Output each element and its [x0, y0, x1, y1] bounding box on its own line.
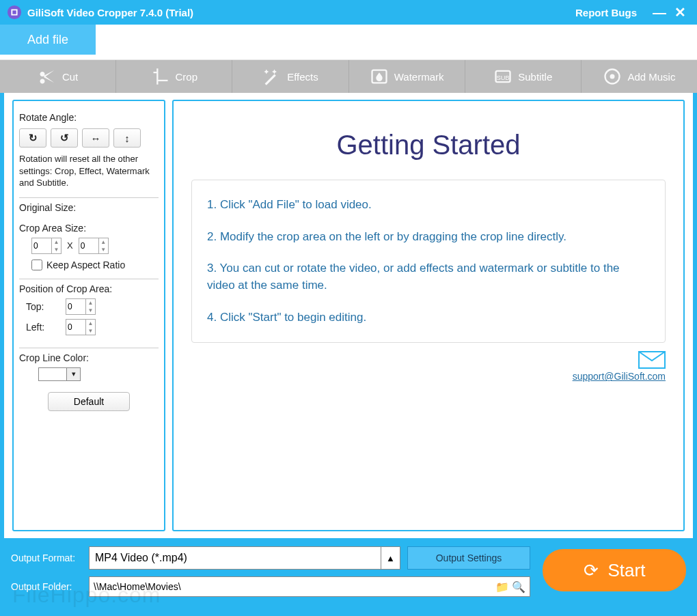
svg-point-0 — [8, 5, 21, 19]
file-tabs: Add file — [0, 25, 697, 60]
scissors-icon — [38, 67, 57, 86]
step-2: 2. Modify the crop area on the left or b… — [207, 229, 650, 246]
svg-text:SUB: SUB — [497, 74, 510, 81]
report-bugs-link[interactable]: Report Bugs — [575, 7, 637, 18]
top-label: Top: — [26, 301, 60, 312]
crop-left-input[interactable]: ▲▼ — [66, 319, 96, 335]
crop-icon — [151, 67, 170, 86]
position-crop-area-label: Position of Crop Area: — [19, 283, 159, 294]
left-label: Left: — [26, 322, 60, 333]
output-folder-label: Output Folder: — [11, 581, 82, 592]
step-3: 3. You can cut or rotate the video, or a… — [207, 260, 650, 294]
crop-top-input[interactable]: ▲▼ — [66, 298, 96, 315]
keep-aspect-ratio-checkbox[interactable]: Keep Aspect Ratio — [31, 260, 159, 270]
output-format-select[interactable]: MP4 Video (*.mp4)▲ — [89, 546, 400, 570]
svg-point-5 — [610, 74, 615, 79]
original-size-label: Original Size: — [19, 202, 159, 213]
rotate-ccw-button[interactable]: ↺ — [51, 128, 78, 148]
step-4: 4. Click "Start" to begin editing. — [207, 309, 650, 326]
tab-cut[interactable]: Cut — [0, 60, 116, 93]
support-email-link[interactable]: support@GiliSoft.com — [573, 371, 666, 382]
crop-height-input[interactable]: ▲▼ — [79, 238, 109, 254]
steps-box: 1. Click "Add File" to load video. 2. Mo… — [191, 180, 666, 343]
getting-started-title: Getting Started — [191, 130, 666, 160]
bottom-bar: Output Format: MP4 Video (*.mp4)▲ Output… — [0, 538, 697, 616]
output-settings-button[interactable]: Output Settings — [407, 546, 530, 570]
crop-width-input[interactable]: ▲▼ — [31, 238, 62, 254]
chevron-down-icon[interactable]: ▾ — [67, 367, 81, 381]
subtitle-icon: SUB — [493, 67, 512, 86]
magic-wand-icon — [262, 67, 282, 86]
tab-effects[interactable]: Effects — [232, 60, 348, 93]
tab-add-music[interactable]: Add Music — [582, 60, 697, 93]
flip-vertical-button[interactable]: ↕ — [113, 128, 141, 148]
close-button[interactable]: ✕ — [670, 4, 690, 20]
toolbar: Cut Crop Effects Watermark SUBSubtitle A… — [0, 60, 697, 93]
rotate-hint: Rotation will reset all the other settin… — [19, 153, 159, 189]
crop-area-size-label: Crop Area Size: — [19, 223, 159, 234]
refresh-icon: ⟳ — [584, 560, 599, 581]
app-logo-icon — [7, 5, 22, 20]
start-button[interactable]: ⟳Start — [543, 549, 686, 591]
main-area: Getting Started 1. Click "Add File" to l… — [172, 100, 685, 531]
window-title: GiliSoft Video Cropper 7.4.0 (Trial) — [27, 7, 575, 18]
chevron-up-icon[interactable]: ▲ — [381, 547, 400, 569]
output-format-label: Output Format: — [11, 552, 82, 563]
search-icon[interactable]: 🔍 — [512, 580, 525, 593]
drop-icon — [370, 67, 389, 86]
default-button[interactable]: Default — [48, 392, 130, 411]
crop-line-color-label: Crop Line Color: — [19, 352, 159, 363]
add-file-button[interactable]: Add file — [0, 25, 96, 55]
rotate-cw-button[interactable]: ↻ — [19, 128, 46, 148]
minimize-button[interactable]: — — [649, 5, 670, 20]
output-folder-input[interactable]: 📁 🔍 — [89, 576, 530, 597]
mail-icon — [638, 351, 666, 369]
tab-crop[interactable]: Crop — [116, 60, 232, 93]
crop-line-color-picker[interactable]: ▾ — [38, 367, 159, 381]
titlebar: GiliSoft Video Cropper 7.4.0 (Trial) Rep… — [0, 0, 697, 25]
crop-side-panel: Rotate Angle: ↻ ↺ ↔ ↕ Rotation will rese… — [12, 100, 165, 531]
tab-subtitle[interactable]: SUBSubtitle — [465, 60, 582, 93]
folder-open-icon[interactable]: 📁 — [495, 580, 509, 593]
music-icon — [603, 67, 622, 86]
flip-horizontal-button[interactable]: ↔ — [82, 128, 109, 148]
tab-watermark[interactable]: Watermark — [349, 60, 465, 93]
step-1: 1. Click "Add File" to load video. — [207, 197, 650, 214]
x-separator: X — [67, 240, 73, 251]
rotate-angle-label: Rotate Angle: — [19, 112, 159, 123]
